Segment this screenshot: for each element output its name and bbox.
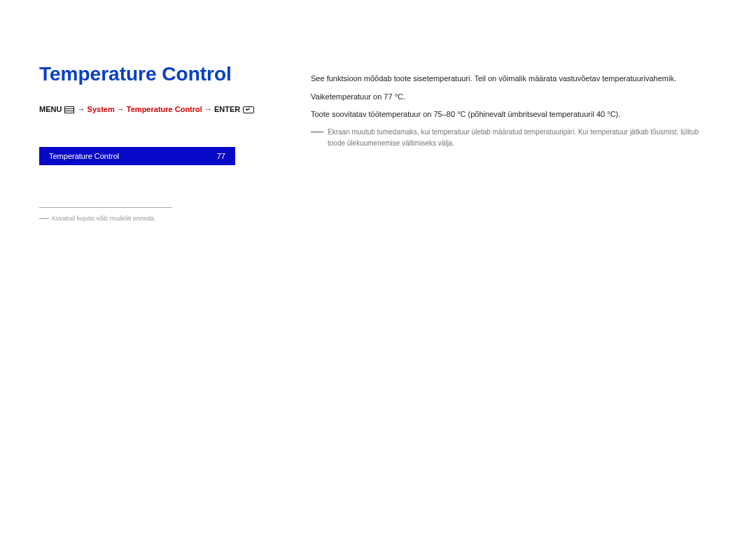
- body-paragraph-1: See funktsioon mõõdab toote sisetemperat…: [311, 73, 717, 85]
- nav-arrow: →: [204, 105, 212, 113]
- content-wrap: MENU → System → Temperature Control → EN…: [39, 105, 717, 222]
- setting-value: 77: [217, 152, 225, 160]
- body-paragraph-3: Toote soovitatav töötemperatuur on 75–80…: [311, 108, 717, 121]
- note-text: Ekraan muutub tumedamaks, kui temperatuu…: [328, 127, 717, 149]
- left-column: MENU → System → Temperature Control → EN…: [39, 105, 277, 222]
- footnote-dash: ―: [39, 215, 49, 220]
- right-column: See funktsioon mõõdab toote sisetemperat…: [311, 73, 717, 222]
- setting-label: Temperature Control: [49, 152, 119, 160]
- body-paragraph-2: Vaiketemperatuur on 77 °C.: [311, 91, 717, 104]
- footnote-text: Kuvatud kujutis võib mudeliti erineda.: [52, 215, 156, 222]
- setting-row[interactable]: Temperature Control 77: [39, 147, 235, 165]
- nav-arrow: →: [117, 105, 125, 113]
- divider: [39, 207, 172, 208]
- nav-temp: Temperature Control: [127, 105, 202, 113]
- nav-menu-label: MENU: [39, 105, 62, 113]
- menu-icon: [64, 106, 74, 113]
- enter-icon: [243, 106, 254, 113]
- breadcrumb: MENU → System → Temperature Control → EN…: [39, 105, 277, 113]
- footnote: ― Kuvatud kujutis võib mudeliti erineda.: [39, 215, 277, 222]
- note-dash-icon: ―: [311, 127, 323, 136]
- nav-arrow: →: [78, 105, 85, 113]
- nav-system: System: [88, 105, 115, 113]
- body-note: ― Ekraan muutub tumedamaks, kui temperat…: [311, 127, 717, 149]
- nav-enter-label: ENTER: [214, 105, 240, 113]
